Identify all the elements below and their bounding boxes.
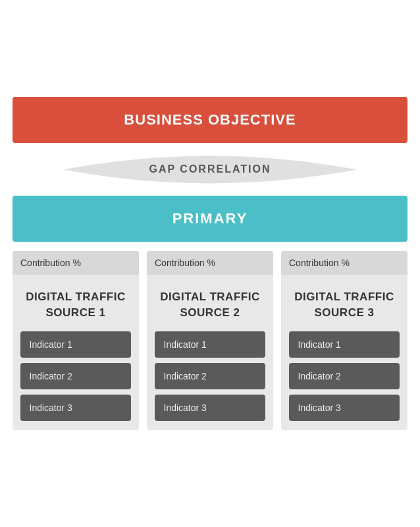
contribution-label-3: Contribution % bbox=[289, 258, 350, 268]
indicator-3-3: Indicator 3 bbox=[289, 395, 400, 421]
indicator-3-2: Indicator 2 bbox=[289, 363, 400, 389]
contribution-label-2: Contribution % bbox=[155, 258, 215, 268]
source-title-3: DIGITAL TRAFFIC SOURCE 3 bbox=[281, 283, 407, 331]
indicator-1-1: Indicator 1 bbox=[20, 331, 132, 358]
column-2: Contribution % DIGITAL TRAFFIC SOURCE 2 … bbox=[147, 251, 273, 430]
primary-label: PRIMARY bbox=[172, 210, 248, 227]
contribution-label-1: Contribution % bbox=[20, 258, 81, 268]
column-1: Contribution % DIGITAL TRAFFIC SOURCE 1 … bbox=[13, 251, 139, 430]
contribution-header-3: Contribution % bbox=[281, 251, 407, 275]
column-3: Contribution % DIGITAL TRAFFIC SOURCE 3 … bbox=[281, 251, 407, 430]
indicator-2-3: Indicator 3 bbox=[155, 395, 266, 421]
indicator-3-1: Indicator 1 bbox=[289, 331, 400, 358]
contribution-header-1: Contribution % bbox=[13, 251, 139, 275]
gap-correlation-shape: GAP CORRELATION bbox=[32, 148, 388, 191]
contribution-header-2: Contribution % bbox=[147, 251, 273, 275]
primary-bar: PRIMARY bbox=[13, 196, 407, 242]
business-objective-label: BUSINESS OBJECTIVE bbox=[124, 111, 296, 128]
indicator-2-2: Indicator 2 bbox=[155, 363, 266, 389]
columns-section: Contribution % DIGITAL TRAFFIC SOURCE 1 … bbox=[13, 251, 407, 430]
source-title-1: DIGITAL TRAFFIC SOURCE 1 bbox=[13, 283, 139, 331]
indicator-1-3: Indicator 3 bbox=[20, 395, 132, 421]
business-objective-bar: BUSINESS OBJECTIVE bbox=[13, 97, 407, 143]
source-title-2: DIGITAL TRAFFIC SOURCE 2 bbox=[147, 283, 273, 331]
indicator-1-2: Indicator 2 bbox=[20, 363, 132, 389]
gap-correlation-wrapper: GAP CORRELATION bbox=[13, 143, 407, 196]
gap-correlation-label: GAP CORRELATION bbox=[149, 163, 271, 175]
indicator-2-1: Indicator 1 bbox=[155, 331, 266, 358]
diagram-container: BUSINESS OBJECTIVE GAP CORRELATION PRIMA… bbox=[13, 84, 407, 443]
